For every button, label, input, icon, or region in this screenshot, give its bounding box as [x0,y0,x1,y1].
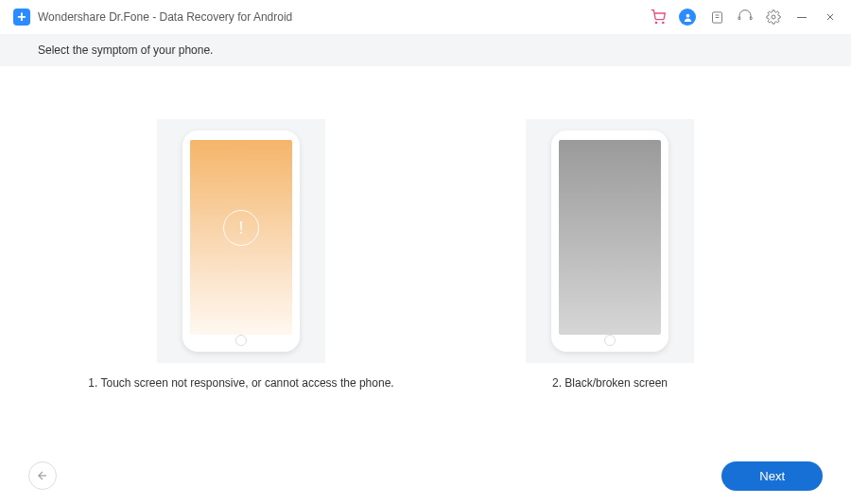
phone-mockup: ! [182,130,300,352]
footer: Next [0,447,851,504]
titlebar-left: Wondershare Dr.Fone - Data Recovery for … [13,9,292,26]
cart-icon[interactable] [651,9,666,25]
window-title: Wondershare Dr.Fone - Data Recovery for … [38,10,292,24]
next-button[interactable]: Next [721,461,823,491]
phone-mockup [551,130,669,352]
svg-point-2 [686,13,689,17]
option-touch-screen[interactable]: ! 1. Touch screen not responsive, or can… [80,119,402,390]
back-button[interactable] [28,461,57,490]
titlebar-controls [651,9,838,26]
svg-point-0 [655,22,656,23]
phone-screen-unresponsive: ! [190,140,292,335]
feedback-icon[interactable] [709,9,724,25]
settings-icon[interactable] [766,9,781,25]
support-icon[interactable] [738,9,753,25]
account-icon[interactable] [679,9,696,26]
phone-screen-black [559,140,661,335]
svg-point-6 [772,15,775,19]
option-card: ! [157,119,325,363]
option-card [526,119,694,363]
instruction-text: Select the symptom of your phone. [0,34,851,66]
app-logo-icon [13,9,30,26]
options-container: ! 1. Touch screen not responsive, or can… [0,66,851,390]
close-button[interactable] [823,9,838,25]
titlebar: Wondershare Dr.Fone - Data Recovery for … [0,0,851,34]
warning-icon: ! [223,210,259,246]
minimize-button[interactable] [794,9,809,25]
option-label: 1. Touch screen not responsive, or canno… [88,376,393,390]
option-black-screen[interactable]: 2. Black/broken screen [449,119,771,390]
option-label: 2. Black/broken screen [552,376,668,390]
svg-point-1 [663,22,664,23]
